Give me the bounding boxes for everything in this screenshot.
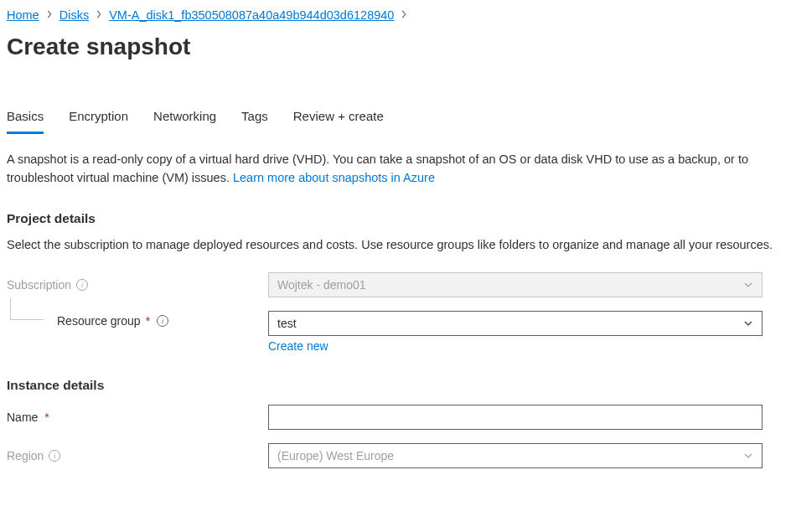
name-input[interactable] [268, 405, 763, 430]
tab-networking[interactable]: Networking [153, 104, 216, 134]
section-desc-project-details: Select the subscription to manage deploy… [7, 236, 778, 255]
label-name-text: Name [7, 411, 38, 424]
chevron-down-icon [743, 318, 753, 328]
required-asterisk: * [146, 314, 150, 328]
chevron-right-icon [96, 9, 102, 21]
label-subscription: Subscription i [7, 278, 268, 292]
chevron-right-icon [401, 9, 407, 21]
create-new-link[interactable]: Create new [268, 339, 328, 353]
row-region: Region i (Europe) West Europe [7, 443, 784, 468]
required-asterisk: * [44, 411, 49, 424]
label-region-text: Region [7, 449, 44, 462]
label-region: Region i [7, 449, 268, 462]
subscription-value: Wojtek - demo01 [277, 278, 366, 292]
tabs: Basics Encryption Networking Tags Review… [7, 104, 784, 134]
section-title-instance-details: Instance details [7, 378, 784, 393]
breadcrumb-disks[interactable]: Disks [59, 8, 89, 22]
page-title: Create snapshot [7, 34, 784, 60]
label-resource-group-text: Resource group [57, 314, 141, 328]
resource-group-value: test [277, 317, 297, 330]
breadcrumb-home[interactable]: Home [7, 8, 39, 22]
breadcrumb: Home Disks VM-A_disk1_fb350508087a40a49b… [7, 8, 784, 22]
tab-review-create[interactable]: Review + create [293, 104, 384, 134]
tab-description: A snapshot is a read-only copy of a virt… [7, 151, 778, 188]
row-subscription: Subscription i Wojtek - demo01 [7, 272, 784, 297]
info-icon[interactable]: i [76, 279, 88, 291]
learn-more-link[interactable]: Learn more about snapshots in Azure [233, 171, 435, 184]
breadcrumb-disk-resource[interactable]: VM-A_disk1_fb350508087a40a49b944d03d6128… [109, 8, 394, 22]
resource-group-select[interactable]: test [268, 311, 763, 336]
chevron-right-icon [46, 9, 53, 21]
region-value: (Europe) West Europe [277, 449, 394, 462]
indent-connector [10, 298, 44, 320]
subscription-select: Wojtek - demo01 [268, 272, 763, 297]
section-title-project-details: Project details [7, 211, 784, 226]
tab-encryption[interactable]: Encryption [69, 104, 128, 134]
label-subscription-text: Subscription [7, 278, 71, 292]
tab-tags[interactable]: Tags [241, 104, 268, 134]
label-resource-group: Resource group * i [57, 314, 168, 328]
chevron-down-icon [743, 451, 753, 461]
label-name: Name * [7, 411, 268, 424]
row-resource-group: Resource group * i test [7, 311, 784, 336]
tab-basics[interactable]: Basics [7, 104, 44, 134]
info-icon[interactable]: i [157, 315, 168, 327]
chevron-down-icon [743, 280, 753, 290]
region-select: (Europe) West Europe [268, 443, 763, 468]
row-name: Name * [7, 405, 784, 430]
info-icon[interactable]: i [49, 450, 60, 462]
